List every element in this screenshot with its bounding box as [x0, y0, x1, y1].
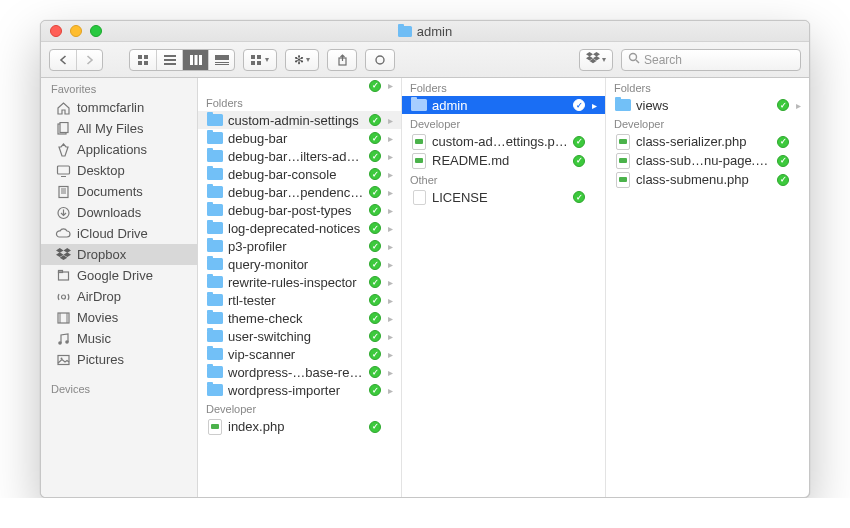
folder-row[interactable]: debug-bar-console✓▸ — [198, 165, 401, 183]
php-file-icon — [412, 153, 426, 169]
sync-check-icon: ✓ — [369, 186, 381, 198]
column-view-button[interactable] — [182, 50, 208, 70]
row-label: class-sub…nu-page.php — [636, 153, 773, 168]
sidebar-item-documents[interactable]: Documents — [41, 181, 197, 202]
sidebar-item-label: Downloads — [77, 205, 141, 220]
icon-view-button[interactable] — [130, 50, 156, 70]
folder-row[interactable]: query-monitor✓▸ — [198, 255, 401, 273]
chevron-right-icon: ▸ — [385, 241, 395, 252]
sidebar-item-google-drive[interactable]: Google Drive — [41, 265, 197, 286]
file-row[interactable]: class-sub…nu-page.php✓ — [606, 151, 809, 170]
column-3: Foldersviews✓▸Developerclass-serializer.… — [606, 78, 809, 497]
folder-icon — [411, 99, 427, 111]
chevron-right-icon: ▸ — [385, 80, 395, 91]
action-button[interactable]: ✻ ▾ — [285, 49, 319, 71]
folder-row[interactable]: debug-bar…ilters-addon✓▸ — [198, 147, 401, 165]
maximize-button[interactable] — [90, 25, 102, 37]
movies-icon — [55, 311, 71, 325]
share-button[interactable] — [327, 49, 357, 71]
chevron-right-icon: ▸ — [385, 115, 395, 126]
list-view-button[interactable] — [156, 50, 182, 70]
folder-row[interactable]: wordpress-…base-reset✓▸ — [198, 363, 401, 381]
row-label: class-serializer.php — [636, 134, 773, 149]
row-label: LICENSE — [432, 190, 569, 205]
chevron-right-icon: ▸ — [385, 259, 395, 270]
file-row[interactable]: README.md✓ — [402, 151, 605, 170]
column-1: ✓ ▸ Folderscustom-admin-settings✓▸debug-… — [198, 78, 402, 497]
forward-button[interactable] — [76, 50, 102, 70]
row-label: wordpress-…base-reset — [228, 365, 365, 380]
sync-check-icon: ✓ — [369, 114, 381, 126]
folder-icon — [207, 348, 223, 360]
sidebar-item-dropbox[interactable]: Dropbox — [41, 244, 197, 265]
sidebar-item-downloads[interactable]: Downloads — [41, 202, 197, 223]
svg-rect-2 — [138, 61, 142, 65]
sync-check-icon: ✓ — [369, 312, 381, 324]
sync-check-icon: ✓ — [369, 348, 381, 360]
svg-rect-6 — [164, 63, 176, 65]
arrange-button[interactable]: ▾ — [243, 49, 277, 71]
minimize-button[interactable] — [70, 25, 82, 37]
folder-row[interactable]: rewrite-rules-inspector✓▸ — [198, 273, 401, 291]
svg-rect-10 — [215, 55, 229, 60]
back-button[interactable] — [50, 50, 76, 70]
sync-check-icon: ✓ — [369, 204, 381, 216]
tags-button[interactable] — [365, 49, 395, 71]
apps-icon — [55, 143, 71, 157]
folder-row[interactable]: debug-bar-post-types✓▸ — [198, 201, 401, 219]
sidebar-item-pictures[interactable]: Pictures — [41, 349, 197, 370]
folder-icon — [207, 330, 223, 342]
folder-row[interactable]: custom-admin-settings✓▸ — [198, 111, 401, 129]
sidebar-header-favorites: Favorites — [41, 78, 197, 97]
documents-icon — [55, 185, 71, 199]
folder-row[interactable]: debug-bar…pendencies✓▸ — [198, 183, 401, 201]
file-row[interactable]: custom-ad…ettings.php✓ — [402, 132, 605, 151]
coverflow-view-button[interactable] — [208, 50, 234, 70]
sidebar-item-movies[interactable]: Movies — [41, 307, 197, 328]
svg-rect-4 — [164, 55, 176, 57]
search-input[interactable]: Search — [621, 49, 801, 71]
folder-row[interactable]: wordpress-importer✓▸ — [198, 381, 401, 399]
sidebar-item-desktop[interactable]: Desktop — [41, 160, 197, 181]
sidebar-item-icloud-drive[interactable]: iCloud Drive — [41, 223, 197, 244]
file-row[interactable]: index.php✓ — [198, 417, 401, 436]
folder-icon — [207, 384, 223, 396]
sidebar-item-label: Dropbox — [77, 247, 126, 262]
sidebar-item-applications[interactable]: Applications — [41, 139, 197, 160]
folder-row[interactable]: debug-bar✓▸ — [198, 129, 401, 147]
folder-row[interactable]: vip-scanner✓▸ — [198, 345, 401, 363]
folder-row[interactable]: views✓▸ — [606, 96, 809, 114]
partial-row-above[interactable]: ✓ ▸ — [198, 78, 401, 93]
sync-check-icon: ✓ — [369, 276, 381, 288]
file-row[interactable]: class-submenu.php✓ — [606, 170, 809, 189]
svg-point-37 — [65, 340, 69, 344]
folder-row[interactable]: p3-profiler✓▸ — [198, 237, 401, 255]
folder-icon — [207, 114, 223, 126]
folder-row[interactable]: admin✓▸ — [402, 96, 605, 114]
sidebar-item-tommcfarlin[interactable]: tommcfarlin — [41, 97, 197, 118]
dropbox-toolbar-button[interactable]: ▾ — [579, 49, 613, 71]
sync-check-icon: ✓ — [369, 421, 381, 433]
window-title: admin — [41, 24, 809, 39]
sidebar-item-all-my-files[interactable]: All My Files — [41, 118, 197, 139]
file-row[interactable]: LICENSE✓ — [402, 188, 605, 206]
folder-row[interactable]: user-switching✓▸ — [198, 327, 401, 345]
folder-row[interactable]: rtl-tester✓▸ — [198, 291, 401, 309]
file-row[interactable]: class-serializer.php✓ — [606, 132, 809, 151]
chevron-right-icon: ▸ — [385, 277, 395, 288]
file-icon — [413, 190, 426, 205]
music-icon — [55, 332, 71, 346]
chevron-right-icon: ▸ — [385, 151, 395, 162]
sidebar-item-music[interactable]: Music — [41, 328, 197, 349]
row-label: custom-admin-settings — [228, 113, 365, 128]
close-button[interactable] — [50, 25, 62, 37]
sidebar-item-airdrop[interactable]: AirDrop — [41, 286, 197, 307]
row-label: rtl-tester — [228, 293, 365, 308]
svg-rect-25 — [59, 186, 68, 197]
column-2: Foldersadmin✓▸Developercustom-ad…ettings… — [402, 78, 606, 497]
traffic-lights — [41, 25, 102, 37]
folder-row[interactable]: theme-check✓▸ — [198, 309, 401, 327]
folder-row[interactable]: log-deprecated-notices✓▸ — [198, 219, 401, 237]
svg-rect-1 — [144, 55, 148, 59]
sync-check-icon: ✓ — [369, 222, 381, 234]
